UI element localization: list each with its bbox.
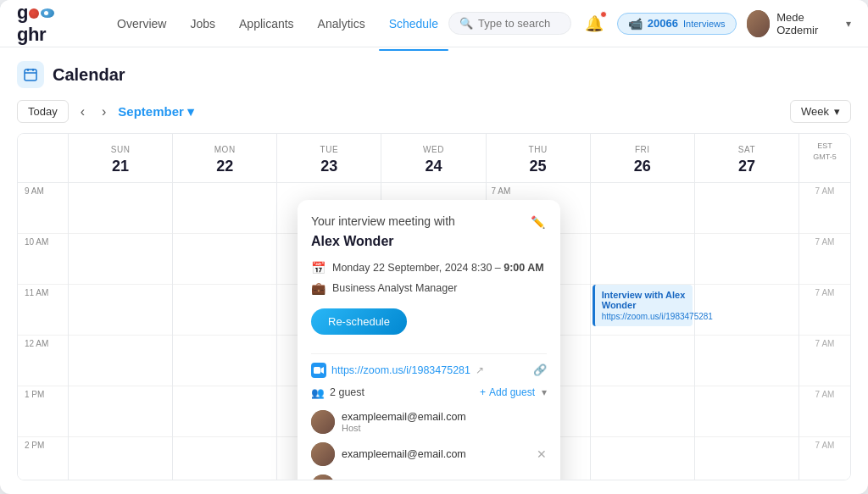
month-chevron-icon: ▾ [187,104,194,119]
nav-overview[interactable]: Overview [107,12,176,36]
day-abbr-sun: SUN [111,145,131,154]
time-slot-11am: 11 AM [18,285,68,336]
day-num-fri: 26 [591,158,694,175]
page-header: Calendar [17,61,851,88]
nav-applicants[interactable]: Applicants [229,12,304,36]
guest-avatar-1 [311,442,335,466]
interviews-label: Interviews [683,19,726,29]
nav-schedule[interactable]: Schedule [379,12,448,36]
day-header-sat: SAT 27 [695,134,799,182]
guest-remove-button-1[interactable]: ✕ [537,447,547,461]
video-icon: 📹 [628,17,643,31]
guest-expand-icon[interactable]: ▾ [542,386,547,398]
guest-count: 2 guest [330,386,364,398]
calendar-icon [17,61,44,88]
week-selector[interactable]: Week ▾ [790,100,851,123]
guest-item-0: exampleemail@email.com Host [311,406,547,438]
popup-divider [311,353,547,354]
est-header: ESTGMT-5 [799,134,850,182]
link-icon[interactable]: 🔗 [533,364,547,376]
day-abbr-sat: SAT [738,145,755,154]
day-abbr-tue: TUE [320,145,339,154]
popup-date: Monday 22 September, 2024 8:30 – 9:00 AM [332,262,544,274]
briefcase-icon: 💼 [311,281,326,295]
interviews-count: 20066 [648,17,678,30]
day-abbr-fri: FRI [635,145,650,154]
guest-avatar-2 [311,475,335,480]
guest-email-0: exampleemail@email.com [342,411,466,423]
prev-arrow[interactable]: ‹ [75,101,90,123]
day-header-fri: FRI 26 [591,134,695,182]
people-icon: 👥 [311,386,325,399]
time-slot-1pm: 1 PM [18,386,68,437]
days-header: SUN 21 MON 22 TUE 23 WED 24 THU 25 [18,134,850,183]
time-slot-12am: 12 AM [18,336,68,386]
guest-count-row: 👥 2 guest [311,386,364,399]
chevron-down-icon: ▾ [846,18,851,30]
zoom-left: https://zoom.us/i/1983475281 ↗ [311,363,484,378]
popup-job-title: Business Analyst Manager [332,282,457,294]
user-info[interactable]: Mede Ozdemir ▾ [747,10,851,37]
popup-job-row: 💼 Business Analyst Manager [311,281,547,295]
day-num-sun: 21 [69,158,172,175]
user-name: Mede Ozdemir [776,11,839,36]
month-label-text: September [118,104,184,119]
time-slot-10am: 10 AM [18,234,68,285]
day-header-mon: MON 22 [173,134,277,182]
notification-button[interactable]: 🔔 [581,11,607,36]
month-selector[interactable]: September ▾ [118,104,194,119]
day-col-mon [173,183,277,480]
calendar-row-icon: 📅 [311,261,326,275]
svg-rect-4 [314,367,320,374]
day-abbr-mon: MON [214,145,236,154]
day-col-sat [695,183,799,480]
nav-jobs[interactable]: Jobs [180,12,225,36]
header-right: 🔍 🔔 📹 20066 Interviews Mede Ozdemir ▾ [448,10,851,37]
zoom-copy-icons: 🔗 [533,364,547,376]
guest-info-0: exampleemail@email.com Host [342,411,466,433]
popup-candidate-name: Alex Wonder [311,232,455,251]
zoom-icon [311,363,326,378]
app-window: gghr Overview Jobs Applicants Analytics … [0,0,868,494]
day-num-wed: 24 [381,158,485,175]
search-input[interactable] [478,17,560,30]
svg-rect-0 [25,69,36,80]
main-content: Calendar Today ‹ › September ▾ Week ▾ [0,47,868,494]
day-abbr-thu: THU [529,145,548,154]
time-slot-9am: 9 AM [18,183,68,234]
calendar-nav: Today ‹ › September ▾ [17,100,194,123]
popup-intro: Your interview meeting with [311,214,455,228]
day-num-sat: 27 [695,158,798,175]
guest-item-1: exampleemail@email.com ✕ [311,438,547,470]
guest-avatar-0 [311,410,335,434]
day-abbr-wed: WED [423,145,444,154]
calendar-body: 9 AM 10 AM 11 AM 12 AM 1 PM 2 PM [18,183,850,480]
est-col: 7 AM 7 AM 7 AM 7 AM 7 AM 7 AM [799,183,850,480]
reschedule-button[interactable]: Re-schedule [311,308,407,335]
time-slots: 9 AM 10 AM 11 AM 12 AM 1 PM 2 PM [18,183,69,480]
search-box[interactable]: 🔍 [448,12,571,35]
popup-title: Your interview meeting with Alex Wonder [311,214,455,251]
guest-actions: + Add guest ▾ [480,386,547,398]
edit-icon[interactable]: ✏️ [529,214,547,230]
avatar [747,10,771,37]
today-button[interactable]: Today [17,100,69,123]
header: gghr Overview Jobs Applicants Analytics … [0,0,868,47]
logo-text: gghr [17,2,80,46]
search-icon: 🔍 [459,17,473,30]
popup-header: Your interview meeting with Alex Wonder … [311,214,547,251]
next-arrow[interactable]: › [97,101,111,123]
zoom-link[interactable]: https://zoom.us/i/1983475281 [331,364,470,376]
calendar-grid: SUN 21 MON 22 TUE 23 WED 24 THU 25 [17,133,851,480]
calendar-controls: Today ‹ › September ▾ Week ▾ [17,100,851,123]
notification-badge [600,11,607,18]
nav-analytics[interactable]: Analytics [308,12,376,36]
fri-event-card[interactable]: Interview with Alex Wonder https://zoom.… [593,285,693,326]
day-num-thu: 25 [487,158,590,175]
guest-row: 👥 2 guest + Add guest ▾ [311,386,547,399]
interviews-badge[interactable]: 📹 20066 Interviews [617,13,737,35]
day-header-thu: THU 25 [487,134,591,182]
add-guest-button[interactable]: + Add guest [480,386,535,398]
svg-marker-5 [321,367,325,374]
main-nav: Overview Jobs Applicants Analytics Sched… [107,12,448,36]
